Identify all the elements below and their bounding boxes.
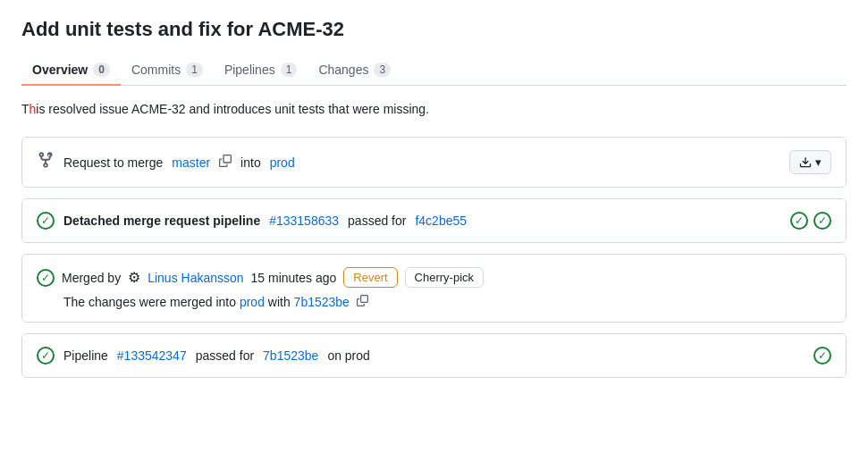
merge-request-right: ▾ — [789, 150, 831, 174]
tab-overview[interactable]: Overview 0 — [21, 55, 121, 86]
merged-user-link[interactable]: Linus Hakansson — [147, 271, 243, 285]
bot-icon: ⚙ — [128, 269, 140, 286]
merged-branch-link[interactable]: prod — [240, 295, 265, 309]
bottom-pipeline-check-icon: ✓ — [37, 347, 55, 365]
merged-commit-link[interactable]: 7b1523be — [294, 295, 350, 309]
tab-pipelines[interactable]: Pipelines 1 — [214, 55, 308, 86]
tab-commits[interactable]: Commits 1 — [121, 55, 214, 86]
merged-card-row: ✓ Merged by ⚙ Linus Hakansson 15 minutes… — [22, 255, 846, 322]
pipeline-status-check-1: ✓ — [790, 212, 808, 230]
tabs-nav: Overview 0 Commits 1 Pipelines 1 Changes… — [21, 55, 847, 86]
tab-commits-label: Commits — [131, 63, 181, 77]
merged-detail-with: with — [268, 295, 294, 309]
dropdown-arrow: ▾ — [815, 155, 822, 169]
merged-content: ✓ Merged by ⚙ Linus Hakansson 15 minutes… — [37, 267, 831, 309]
description-text-t: T — [21, 102, 29, 116]
copy-branch-icon[interactable] — [219, 155, 232, 170]
pipeline-passed-right: ✓ ✓ — [790, 212, 831, 230]
revert-button[interactable]: Revert — [343, 267, 397, 288]
pipeline-check-icon: ✓ — [37, 212, 55, 230]
pipeline-commit-link[interactable]: f4c2be55 — [415, 214, 467, 228]
merged-detail-row: The changes were merged into prod with 7… — [37, 295, 831, 309]
merged-detail-before: The changes were merged into — [63, 295, 240, 309]
merge-request-left: Request to merge master into prod — [37, 151, 789, 173]
mr-description: This resolved issue ACME-32 and introduc… — [21, 100, 847, 119]
page-title: Add unit tests and fix for ACME-32 — [21, 18, 847, 41]
merged-time: 15 minutes ago — [251, 271, 337, 285]
request-to-merge-text: Request to merge — [63, 155, 163, 170]
tab-commits-badge: 1 — [186, 63, 203, 77]
bottom-pipeline-right: ✓ — [813, 347, 831, 365]
tab-changes-label: Changes — [318, 63, 368, 77]
branch-into-link[interactable]: prod — [270, 155, 295, 170]
pipeline-link[interactable]: #133158633 — [269, 214, 339, 228]
merge-icon — [37, 151, 55, 173]
merged-check-icon: ✓ — [37, 269, 55, 287]
bottom-pipeline-text-before: Pipeline — [63, 348, 108, 363]
bottom-pipeline-left: ✓ Pipeline #133542347 passed for 7b1523b… — [37, 347, 813, 365]
pipeline-passed-card: ✓ Detached merge request pipeline #13315… — [21, 198, 847, 243]
pipeline-passed-for-text: passed for — [348, 214, 406, 228]
branch-from-link[interactable]: master — [172, 155, 210, 170]
download-button[interactable]: ▾ — [789, 150, 831, 174]
tab-changes[interactable]: Changes 3 — [308, 55, 401, 86]
merged-copy-icon[interactable] — [357, 295, 368, 309]
bottom-pipeline-commit-link[interactable]: 7b1523be — [263, 348, 318, 363]
into-text: into — [240, 155, 261, 170]
pipeline-status-check-2: ✓ — [813, 212, 831, 230]
description-rest: is resolved issue ACME-32 and introduces… — [36, 102, 429, 116]
merged-by-text: Merged by — [62, 271, 121, 285]
bottom-pipeline-passed-text: passed for — [196, 348, 254, 363]
tab-overview-badge: 0 — [93, 63, 110, 77]
bottom-pipeline-link[interactable]: #133542347 — [117, 348, 187, 363]
pipeline-passed-row: ✓ Detached merge request pipeline #13315… — [22, 199, 846, 242]
tab-changes-badge: 3 — [374, 63, 391, 77]
bottom-pipeline-on-prod: on prod — [327, 348, 369, 363]
merged-card: ✓ Merged by ⚙ Linus Hakansson 15 minutes… — [21, 254, 847, 323]
bottom-pipeline-card: ✓ Pipeline #133542347 passed for 7b1523b… — [21, 333, 847, 378]
tab-overview-label: Overview — [32, 63, 88, 77]
merge-request-row: Request to merge master into prod ▾ — [22, 138, 846, 187]
pipeline-passed-left: ✓ Detached merge request pipeline #13315… — [37, 212, 790, 230]
bottom-pipeline-status-check: ✓ — [813, 347, 831, 365]
merge-request-card: Request to merge master into prod ▾ — [21, 137, 847, 188]
tab-pipelines-label: Pipelines — [224, 63, 275, 77]
cherry-pick-button[interactable]: Cherry-pick — [405, 267, 484, 288]
merged-top-row: ✓ Merged by ⚙ Linus Hakansson 15 minutes… — [37, 267, 831, 288]
pipeline-passed-text-before: Detached merge request pipeline — [63, 214, 260, 228]
bottom-pipeline-row: ✓ Pipeline #133542347 passed for 7b1523b… — [22, 334, 846, 377]
tab-pipelines-badge: 1 — [281, 63, 298, 77]
